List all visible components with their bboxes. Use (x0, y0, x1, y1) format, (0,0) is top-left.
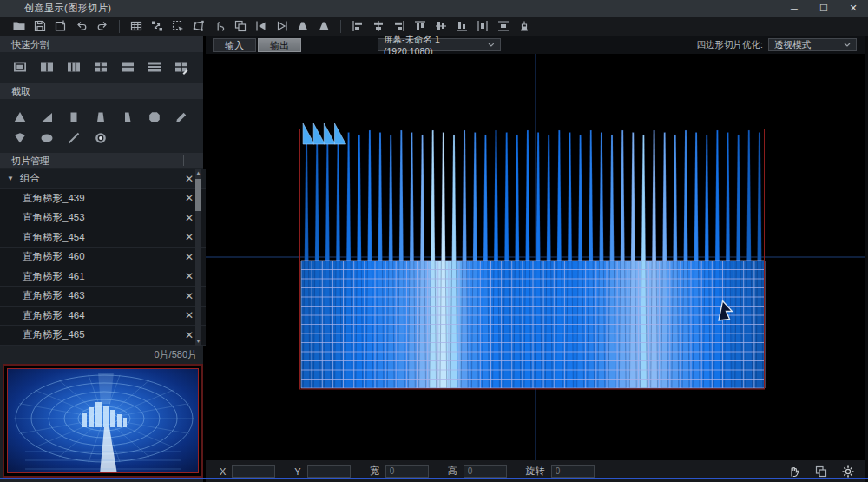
slice-label: 直角梯形_460 (23, 250, 85, 263)
list-item[interactable]: 直角梯形_454✕ (0, 228, 206, 248)
list-item[interactable]: 直角梯形_460✕ (0, 248, 206, 267)
delete-slice-button[interactable]: ✕ (185, 291, 194, 301)
field-label: 高 (448, 465, 457, 478)
align-top-button[interactable] (411, 18, 430, 34)
minimize-button[interactable]: ─ (779, 0, 809, 17)
field-input-3[interactable] (464, 465, 507, 478)
list-scrollbar[interactable]: ▲ ▼ (195, 169, 201, 346)
triangle-button[interactable] (11, 109, 29, 126)
close-button[interactable]: ✕ (838, 0, 868, 17)
select-transform-button[interactable] (168, 18, 187, 34)
scroll-up-icon[interactable]: ▲ (195, 169, 201, 177)
quick-split-header: 快速分割 (0, 36, 203, 52)
line-button[interactable] (65, 129, 82, 147)
optimize-select[interactable]: 透视模式 (768, 38, 857, 51)
grid-2x2-button[interactable] (92, 58, 109, 76)
screen-select-value: 屏幕-未命名 1 (1920,1080) (384, 34, 488, 56)
align-middle-button[interactable] (431, 18, 450, 34)
distribute-horizontal-button[interactable] (473, 18, 492, 34)
touch-select-button[interactable] (210, 18, 229, 34)
preview-image (7, 368, 199, 473)
octagon-button[interactable] (146, 109, 163, 126)
diamond-button[interactable] (11, 129, 29, 147)
crop-header: 截取 (0, 83, 203, 99)
distribute-vertical-button[interactable] (494, 18, 513, 34)
tab-output[interactable]: 输出 (258, 38, 301, 52)
list-item[interactable]: 直角梯形_464✕ (0, 307, 206, 327)
open-folder-button[interactable] (10, 18, 29, 34)
align-left-button[interactable] (348, 18, 367, 34)
crop-shape-row-1 (10, 109, 191, 126)
flip-right-button[interactable] (273, 18, 292, 34)
list-item[interactable]: 直角梯形_453✕ (0, 208, 206, 228)
line-icon (66, 130, 82, 146)
table-grid-button[interactable] (127, 18, 146, 34)
undo-button[interactable] (72, 18, 91, 34)
crop-title: 截取 (11, 86, 30, 96)
redo-button[interactable] (93, 18, 112, 34)
duplicate-button[interactable] (231, 18, 250, 34)
slice-label: 直角梯形_439 (23, 192, 85, 205)
scrollbar-thumb[interactable] (195, 179, 201, 211)
delete-slice-button[interactable]: ✕ (185, 193, 194, 203)
align-right-button[interactable] (390, 18, 409, 34)
save-button[interactable] (30, 18, 49, 34)
scroll-down-icon[interactable]: ▼ (195, 338, 201, 346)
free-transform-button[interactable] (189, 18, 208, 34)
field-input-0[interactable] (232, 465, 275, 478)
delete-slice-button[interactable]: ✕ (185, 232, 194, 242)
list-item[interactable]: 直角梯形_463✕ (0, 287, 206, 307)
export-button[interactable] (51, 18, 70, 34)
slice-split-button[interactable] (148, 18, 167, 34)
delete-slice-button[interactable]: ✕ (185, 330, 194, 340)
field-input-1[interactable] (307, 465, 351, 478)
list-item[interactable]: 直角梯形_461✕ (0, 267, 206, 287)
delete-group-button[interactable]: ✕ (185, 174, 194, 184)
custom-grid-button[interactable] (173, 58, 190, 76)
tab-input[interactable]: 输入 (213, 38, 256, 52)
three-columns-icon (66, 59, 82, 75)
align-center-button[interactable] (369, 18, 388, 34)
two-columns-button[interactable] (38, 58, 56, 76)
gear-icon[interactable] (841, 465, 855, 479)
flip-right-icon (275, 19, 289, 33)
list-item[interactable]: 直角梯形_465✕ (0, 326, 206, 346)
delete-slice-button[interactable]: ✕ (185, 252, 194, 262)
field-input-2[interactable] (385, 465, 429, 478)
pen-button[interactable] (173, 109, 190, 126)
delete-slice-button[interactable]: ✕ (185, 310, 194, 320)
clear-brush-button[interactable] (515, 18, 534, 34)
skew-left-icon (296, 19, 310, 33)
collapse-icon[interactable]: ▼ (7, 175, 14, 182)
maximize-button[interactable]: ☐ (809, 0, 838, 17)
skew-right-button[interactable] (314, 18, 333, 34)
three-columns-button[interactable] (65, 58, 82, 76)
list-item[interactable]: 直角梯形_439✕ (0, 189, 206, 209)
ellipse-button[interactable] (38, 129, 56, 147)
two-rows-button[interactable] (119, 58, 136, 76)
select-transform-icon (171, 19, 185, 33)
delete-slice-button[interactable]: ✕ (185, 271, 194, 281)
delete-slice-button[interactable]: ✕ (185, 213, 194, 223)
group-row[interactable]: ▼ 组合 ✕ (0, 169, 206, 189)
one-cell-button[interactable] (11, 58, 29, 76)
slice-manager-header: 切片管理 (0, 153, 203, 168)
field-input-4[interactable] (551, 465, 595, 478)
ellipse-icon (39, 130, 55, 146)
skew-left-button[interactable] (293, 18, 312, 34)
mapping-canvas[interactable] (206, 54, 865, 460)
rectangle-button[interactable] (65, 109, 82, 126)
spotlight-button[interactable] (92, 129, 109, 147)
screen-select[interactable]: 屏幕-未命名 1 (1920,1080) (378, 38, 501, 51)
right-triangle-button[interactable] (38, 109, 56, 126)
align-bottom-button[interactable] (452, 18, 471, 34)
duplicate-icon[interactable] (814, 465, 828, 479)
skew-right-icon (317, 19, 331, 33)
three-rows-button[interactable] (146, 58, 163, 76)
flip-left-icon (254, 19, 268, 33)
flip-left-button[interactable] (252, 18, 271, 34)
trapezoid-button[interactable] (92, 109, 109, 126)
hand-icon[interactable] (787, 465, 801, 479)
preview-thumbnail-graphic (8, 369, 199, 473)
right-trapezoid-button[interactable] (119, 109, 136, 126)
